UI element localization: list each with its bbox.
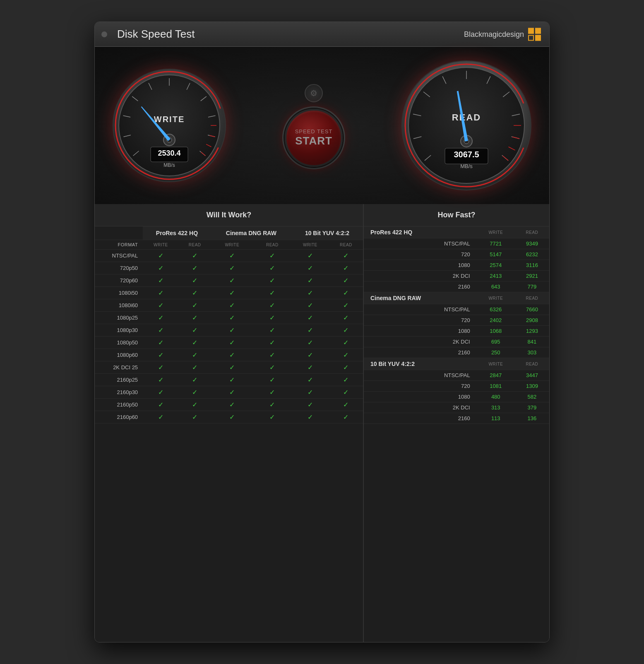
yuv-read-header: READ [329,240,363,250]
check: ✓ [143,250,179,262]
check: ✓ [253,287,291,299]
prores-write-header: WRITE [143,240,179,250]
row-label: 720p60 [95,274,143,287]
check: ✓ [143,274,179,287]
table-row: 2160 113 136 [364,413,549,424]
row-label: NTSC/PAL [364,304,477,315]
check: ✓ [143,299,179,312]
row-label: 1080p50 [95,337,143,349]
brand-square-2 [535,28,541,34]
table-row: NTSC/PAL 6326 7660 [364,304,549,315]
write-value: 1068 [477,326,515,337]
check: ✓ [211,337,253,349]
check: ✓ [179,262,211,274]
row-label: 1080p30 [95,324,143,337]
app-window: Disk Speed Test Blackmagicdesign [94,22,550,642]
check: ✓ [329,324,363,337]
check: ✓ [179,386,211,399]
check: ✓ [329,262,363,274]
read-value: 1309 [515,381,549,392]
write-value: 113 [477,413,515,424]
check: ✓ [179,374,211,386]
table-row: 1080p50 ✓ ✓ ✓ ✓ ✓ ✓ [95,337,363,349]
check: ✓ [179,287,211,299]
check: ✓ [143,349,179,361]
check: ✓ [179,349,211,361]
svg-text:MB/s: MB/s [460,163,473,169]
check: ✓ [291,299,329,312]
check: ✓ [253,312,291,324]
close-button[interactable] [101,31,107,37]
brand-square-4 [535,35,541,41]
check: ✓ [253,411,291,423]
read-value: 2921 [515,271,549,281]
read-value: 6232 [515,249,549,260]
check: ✓ [211,287,253,299]
read-value: 136 [515,413,549,424]
center-controls: ⚙ SPEED TEST START [285,84,343,167]
check: ✓ [253,386,291,399]
check: ✓ [179,250,211,262]
format-col-header: FORMAT [95,240,143,250]
read-value: 3447 [515,370,549,381]
check: ✓ [253,374,291,386]
settings-button[interactable]: ⚙ [305,84,323,102]
table-row: 720 5147 6232 [364,249,549,260]
check: ✓ [291,374,329,386]
check: ✓ [253,361,291,374]
check: ✓ [253,399,291,411]
table-row: 2K DCI 25 ✓ ✓ ✓ ✓ ✓ ✓ [95,361,363,374]
start-button[interactable]: SPEED TEST START [285,109,343,167]
row-label: 2K DCI [364,271,477,281]
cinema-write-header: WRITE [211,240,253,250]
table-row: 1080 1068 1293 [364,326,549,337]
title-bar: Disk Speed Test Blackmagicdesign [95,22,549,47]
row-label: 1080 [364,392,477,402]
check: ✓ [143,374,179,386]
write-subheader: WRITE [477,226,515,238]
row-label: 1080p25 [95,312,143,324]
how-fast-section: How Fast? ProRes 422 HQ WRITE READ NTSC/… [364,204,549,642]
check: ✓ [179,361,211,374]
table-row: 1080p60 ✓ ✓ ✓ ✓ ✓ ✓ [95,349,363,361]
read-value: 779 [515,281,549,292]
check: ✓ [253,262,291,274]
svg-text:READ: READ [452,112,481,123]
start-label-line2: START [295,135,332,147]
table-row: 1080 480 582 [364,392,549,402]
check: ✓ [211,349,253,361]
check: ✓ [291,337,329,349]
check: ✓ [211,399,253,411]
check: ✓ [211,299,253,312]
data-tables: Will It Work? ProRes 422 HQ Cinema DNG R… [95,204,549,642]
gauge-area: WRITE 2530.4 MB/s ⚙ SPEED TEST START [95,47,549,204]
read-value: 841 [515,337,549,347]
read-subheader: READ [515,358,549,370]
check: ✓ [143,399,179,411]
check: ✓ [291,262,329,274]
check: ✓ [211,324,253,337]
row-label: NTSC/PAL [95,250,143,262]
check: ✓ [211,312,253,324]
table-row: 2160p30 ✓ ✓ ✓ ✓ ✓ ✓ [95,386,363,399]
check: ✓ [143,312,179,324]
section-header-row: Cinema DNG RAW WRITE READ [364,292,549,304]
check: ✓ [329,250,363,262]
cinema-header: Cinema DNG RAW [211,226,291,240]
table-row: 2160 643 779 [364,281,549,292]
check: ✓ [253,299,291,312]
row-label: 2160 [364,347,477,358]
check: ✓ [291,411,329,423]
left-section-header: Will It Work? [95,204,363,226]
will-it-work-section: Will It Work? ProRes 422 HQ Cinema DNG R… [95,204,364,642]
write-value: 2847 [477,370,515,381]
yuv-write-header: WRITE [291,240,329,250]
check: ✓ [211,262,253,274]
read-value: 2908 [515,315,549,326]
check: ✓ [291,349,329,361]
table-row: 1080p30 ✓ ✓ ✓ ✓ ✓ ✓ [95,324,363,337]
check: ✓ [179,274,211,287]
row-label: 720 [364,381,477,392]
write-value: 2413 [477,271,515,281]
check: ✓ [143,287,179,299]
